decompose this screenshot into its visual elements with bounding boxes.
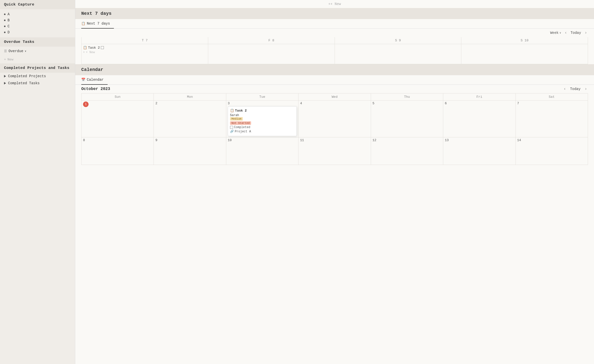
cal-cell-oct3[interactable]: 3 📋 Task 2 Sarah Medium Not Started Comp… (226, 101, 299, 137)
list-item[interactable]: B (4, 17, 71, 23)
quick-capture-list: A B C D (0, 9, 75, 37)
next-month-button[interactable]: › (583, 87, 588, 91)
tab-next-7-days[interactable]: 📋 Next 7 days (81, 19, 114, 29)
cal-hdr-wed: Wed (299, 94, 371, 101)
cal-cell-oct7[interactable]: 7 (516, 101, 588, 137)
tab-calendar-label: Calendar (87, 78, 104, 82)
top-new-button[interactable]: + + New (75, 0, 594, 8)
popup-completed-label: Completed (234, 126, 250, 129)
calendar-title: Calendar (75, 64, 594, 75)
cal-date-1: 1 (83, 102, 89, 107)
priority-badge: Medium (230, 117, 243, 121)
cal-cell-oct12[interactable]: 12 (371, 137, 443, 165)
cal-date-7: 7 (517, 102, 586, 105)
task-popup-title-text: Task 2 (235, 109, 247, 113)
popup-completed-row: Completed (230, 126, 294, 129)
cal-cell-oct4[interactable]: 4 (299, 101, 371, 137)
overdue-tasks-header: Overdue Tasks (0, 37, 75, 47)
list-item-label: B (8, 18, 10, 22)
week-cell-s10 (461, 44, 588, 64)
task-icon: 📋 (230, 109, 234, 113)
cal-cell-oct13[interactable]: 13 (443, 137, 515, 165)
plus-icon: + (328, 2, 330, 6)
week-cell-f8 (208, 44, 335, 64)
popup-checkbox[interactable] (230, 126, 233, 129)
cal-cell-oct5[interactable]: 5 (371, 101, 443, 137)
cal-cell-oct2[interactable]: 2 (154, 101, 226, 137)
overdue-filter[interactable]: ☰ Overdue ∨ (0, 47, 75, 56)
overdue-new-label: New (8, 58, 13, 61)
completed-projects-item[interactable]: Completed Projects (0, 73, 75, 80)
week-grid: T 7 F 8 S 9 S 10 📋 Task 2 + + New (81, 37, 588, 64)
calendar-icon: 📋 (81, 22, 85, 26)
week-cell-t7: 📋 Task 2 + + New (82, 44, 208, 64)
task-chip-task2[interactable]: 📋 Task 2 (83, 46, 206, 50)
list-item[interactable]: C (4, 23, 71, 29)
today-button[interactable]: Today (570, 31, 581, 35)
next-7-days-section: Next 7 days 📋 Next 7 days Week ∨ ‹ Today… (75, 8, 594, 64)
cal-date-4: 4 (300, 102, 369, 105)
completed-projects-label: Completed Projects (8, 74, 46, 78)
cal-cell-oct8[interactable]: 8 (82, 137, 154, 165)
week-controls: Week ∨ ‹ Today › (75, 29, 594, 37)
list-item-label: C (8, 24, 10, 28)
week-day-header-s9: S 9 (335, 37, 462, 44)
cal-date-14: 14 (517, 138, 586, 142)
cal-date-6: 6 (445, 102, 514, 105)
cal-cell-oct1[interactable]: 1 (82, 101, 154, 137)
week-day-header-f8: F 8 (208, 37, 335, 44)
task-popup-title: 📋 Task 2 (230, 109, 294, 113)
cal-cell-oct6[interactable]: 6 (443, 101, 515, 137)
cal-hdr-mon: Mon (154, 94, 226, 101)
bullet-icon (4, 26, 6, 27)
task-popup[interactable]: 📋 Task 2 Sarah Medium Not Started Comple… (228, 106, 297, 136)
cal-hdr-fri: Fri (443, 94, 515, 101)
plus-icon: + (4, 58, 6, 61)
cal-cell-oct14[interactable]: 14 (516, 137, 588, 165)
week-day-header-t7: T 7 (82, 37, 208, 44)
calendar-today-button[interactable]: Today (570, 87, 580, 91)
prev-week-button[interactable]: ‹ (564, 31, 568, 35)
cal-hdr-sun: Sun (82, 94, 154, 101)
cal-cell-oct10[interactable]: 10 (226, 137, 299, 165)
list-item[interactable]: D (4, 29, 71, 35)
task-checkbox[interactable] (101, 46, 104, 49)
list-item[interactable]: A (4, 11, 71, 17)
top-new-label: + New (330, 2, 341, 6)
task-popup-assignee: Sarah (230, 114, 294, 117)
calendar-tab-bar: 📅 Calendar (75, 75, 594, 85)
completed-tasks-item[interactable]: Completed Tasks (0, 80, 75, 87)
completed-header: Completed Projects and Tasks (0, 63, 75, 73)
sidebar: Quick Capture A B C D Overdue Tasks ☰ Ov… (0, 0, 75, 364)
week-dropdown[interactable]: Week ∨ (550, 31, 561, 35)
cal-date-8: 8 (83, 138, 152, 142)
chevron-down-icon: ∨ (560, 31, 561, 34)
task-icon: 📋 (83, 46, 87, 50)
triangle-icon (4, 75, 6, 77)
list-item-label: D (8, 30, 10, 34)
completed-tasks-label: Completed Tasks (8, 81, 40, 85)
cal-date-11: 11 (300, 138, 369, 142)
task-chip-label: Task 2 (88, 46, 100, 50)
chevron-down-icon: ∨ (25, 50, 26, 53)
cal-date-9: 9 (155, 138, 224, 142)
cal-date-12: 12 (373, 138, 441, 142)
triangle-icon (4, 82, 6, 84)
tab-calendar[interactable]: 📅 Calendar (81, 75, 108, 85)
prev-month-button[interactable]: ‹ (563, 87, 567, 91)
cal-cell-oct11[interactable]: 11 (299, 137, 371, 165)
bullet-icon (4, 20, 6, 21)
next-7-days-title: Next 7 days (75, 8, 594, 19)
cell-new-button[interactable]: + + New (83, 51, 206, 54)
cal-date-10: 10 (228, 138, 297, 142)
overdue-new-button[interactable]: + New (0, 56, 75, 63)
cal-hdr-thu: Thu (371, 94, 443, 101)
quick-capture-header: Quick Capture (0, 0, 75, 9)
cal-date-13: 13 (445, 138, 514, 142)
tab-next-7-days-label: Next 7 days (87, 22, 110, 26)
cal-cell-oct9[interactable]: 9 (154, 137, 226, 165)
plus-icon: + (83, 51, 85, 54)
cell-new-label: + New (86, 51, 95, 54)
popup-project-label: Project A (235, 130, 251, 133)
next-week-button[interactable]: › (583, 31, 588, 35)
